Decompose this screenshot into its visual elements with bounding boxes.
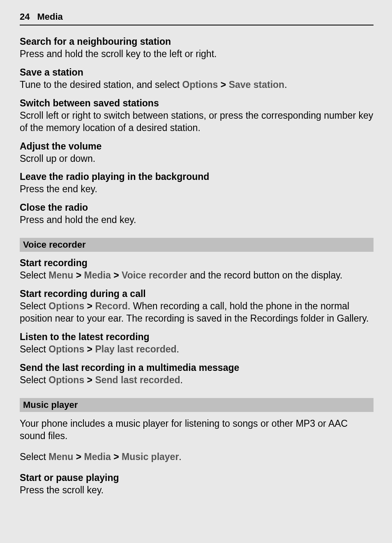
menu-path-item: Options bbox=[48, 375, 84, 385]
section-record-during-call: Start recording during a call Select Opt… bbox=[20, 288, 374, 325]
text: . bbox=[179, 451, 181, 462]
menu-path-sep: > bbox=[111, 451, 122, 462]
menu-path-item: Menu bbox=[48, 451, 73, 462]
menu-path-item: Play last recorded bbox=[95, 344, 176, 354]
menu-path-item: Media bbox=[84, 270, 111, 281]
text: Select bbox=[20, 344, 48, 354]
menu-path-sep: > bbox=[84, 301, 95, 311]
music-nav: Select Menu > Media > Music player. bbox=[20, 451, 374, 463]
music-intro: Your phone includes a music player for l… bbox=[20, 418, 374, 442]
section-send-last: Send the last recording in a multimedia … bbox=[20, 362, 374, 387]
section-body: Scroll left or right to switch between s… bbox=[20, 110, 374, 134]
menu-path-item: Save station bbox=[229, 79, 285, 90]
text: Select bbox=[20, 270, 48, 281]
section-adjust-volume: Adjust the volume Scroll up or down. bbox=[20, 141, 374, 165]
section-play-pause: Start or pause playing Press the scroll … bbox=[20, 472, 374, 497]
section-body: Press and hold the end key. bbox=[20, 214, 374, 226]
text: Tune to the desired station, and select bbox=[20, 79, 182, 90]
menu-path-item: Voice recorder bbox=[122, 270, 187, 281]
menu-path-item: Send last recorded bbox=[95, 375, 180, 385]
text: . bbox=[180, 375, 183, 385]
text: and the record button on the display. bbox=[187, 270, 342, 281]
section-title: Save a station bbox=[20, 67, 374, 78]
section-switch-stations: Switch between saved stations Scroll lef… bbox=[20, 98, 374, 134]
menu-path-sep: > bbox=[84, 344, 95, 354]
section-title: Switch between saved stations bbox=[20, 98, 374, 109]
text: . bbox=[284, 79, 287, 90]
page-number: 24 bbox=[20, 12, 30, 22]
menu-path-item: Menu bbox=[48, 270, 73, 281]
section-close-radio: Close the radio Press and hold the end k… bbox=[20, 202, 374, 226]
section-title: Send the last recording in a multimedia … bbox=[20, 362, 374, 373]
section-body: Press the scroll key. bbox=[20, 484, 374, 497]
menu-path-sep: > bbox=[73, 451, 84, 462]
page-header: 24 Media bbox=[20, 12, 374, 25]
text: Select bbox=[20, 301, 48, 311]
section-title: Search for a neighbouring station bbox=[20, 36, 374, 47]
section-title: Start recording during a call bbox=[20, 288, 374, 299]
section-body: Select Options > Play last recorded. bbox=[20, 343, 374, 356]
menu-path-sep: > bbox=[111, 270, 122, 281]
subheading-music-player: Music player bbox=[20, 398, 374, 412]
menu-path-sep: > bbox=[84, 375, 95, 385]
section-search-station: Search for a neighbouring station Press … bbox=[20, 36, 374, 60]
menu-path-sep: > bbox=[218, 79, 228, 90]
section-background-radio: Leave the radio playing in the backgroun… bbox=[20, 171, 374, 196]
section-title: Start or pause playing bbox=[20, 472, 374, 483]
section-body: Scroll up or down. bbox=[20, 153, 374, 165]
menu-path-item: Options bbox=[48, 301, 84, 311]
section-start-recording: Start recording Select Menu > Media > Vo… bbox=[20, 258, 374, 282]
section-body: Select Options > Record. When recording … bbox=[20, 300, 374, 325]
section-title: Leave the radio playing in the backgroun… bbox=[20, 171, 374, 182]
page-title: Media bbox=[37, 12, 62, 22]
menu-path-item: Options bbox=[182, 79, 218, 90]
menu-path-item: Options bbox=[48, 344, 84, 354]
section-listen-latest: Listen to the latest recording Select Op… bbox=[20, 331, 374, 356]
text: . bbox=[177, 344, 179, 354]
text: Select bbox=[20, 451, 48, 462]
section-body: Select Menu > Media > Voice recorder and… bbox=[20, 269, 374, 282]
menu-path-item: Media bbox=[84, 451, 111, 462]
menu-path-item: Music player bbox=[122, 451, 179, 462]
section-title: Close the radio bbox=[20, 202, 374, 213]
section-body: Tune to the desired station, and select … bbox=[20, 79, 374, 91]
section-body: Press the end key. bbox=[20, 183, 374, 196]
section-save-station: Save a station Tune to the desired stati… bbox=[20, 67, 374, 91]
section-title: Listen to the latest recording bbox=[20, 331, 374, 343]
menu-path-sep: > bbox=[73, 270, 84, 281]
menu-path-item: Record bbox=[95, 301, 127, 311]
subheading-voice-recorder: Voice recorder bbox=[20, 238, 374, 252]
section-title: Adjust the volume bbox=[20, 141, 374, 152]
section-body: Press and hold the scroll key to the lef… bbox=[20, 48, 374, 60]
text: Select bbox=[20, 375, 48, 385]
section-title: Start recording bbox=[20, 258, 374, 269]
page: 24 Media Search for a neighbouring stati… bbox=[0, 0, 392, 543]
section-body: Select Options > Send last recorded. bbox=[20, 374, 374, 387]
